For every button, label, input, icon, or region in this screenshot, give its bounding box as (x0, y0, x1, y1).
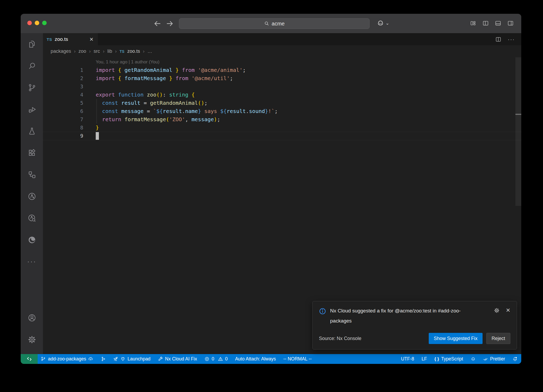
split-editor-icon[interactable] (495, 36, 501, 42)
close-window-button[interactable] (27, 21, 32, 25)
breadcrumb-separator: › (115, 49, 117, 54)
line-number: 4 (43, 91, 83, 99)
zoom-window-button[interactable] (42, 21, 47, 25)
breadcrumb-item[interactable]: zoo (78, 49, 86, 54)
command-center-search[interactable]: acme (179, 18, 370, 29)
double-check-icon (483, 356, 488, 361)
code-line-row[interactable]: 1import { getRandomAnimal } from '@acme/… (43, 66, 521, 74)
cloud-upload-icon (88, 356, 93, 361)
nx-cloud-fix-status[interactable]: Nx Cloud AI Fix (158, 356, 197, 362)
remote-indicator[interactable] (21, 354, 38, 364)
vim-mode-status[interactable]: -- NORMAL -- (283, 356, 312, 362)
tab-label: zoo.ts (55, 36, 68, 42)
code-line: } (96, 124, 99, 132)
toggle-panel-icon[interactable] (495, 20, 501, 27)
breadcrumb-separator: › (103, 49, 104, 54)
copilot-icon (376, 19, 384, 27)
notification-source: Source: Nx Console (319, 336, 361, 341)
git-branch-icon (41, 356, 46, 361)
code-line-row[interactable]: 8} (43, 124, 521, 132)
problems-status[interactable]: 0 0 (204, 356, 227, 362)
copilot-icon (471, 356, 476, 361)
source-control-icon[interactable] (21, 77, 43, 98)
notification-dot-badge (515, 357, 517, 358)
run-debug-icon[interactable] (21, 98, 43, 120)
navigate-forward-icon[interactable] (165, 19, 174, 28)
line-number: 2 (43, 74, 83, 82)
settings-gear-icon[interactable] (21, 329, 43, 350)
additional-views-icon[interactable]: ··· (21, 251, 43, 272)
code-line: import { formatMessage } from '@acme/uti… (96, 74, 233, 82)
breadcrumb-item[interactable]: src (94, 49, 100, 54)
copilot-menu[interactable]: ⌄ (376, 19, 389, 27)
encoding-status[interactable]: UTF-8 (401, 356, 414, 362)
code-line-row[interactable]: 6 const message = `${result.name} says $… (43, 107, 521, 115)
code-line-row[interactable]: 7 return formatMessage('ZOO', message); (43, 115, 521, 124)
scrollbar-decoration (515, 114, 521, 115)
close-tab-icon[interactable]: ✕ (89, 36, 94, 42)
git-graph-status[interactable] (101, 356, 106, 361)
toggle-primary-sidebar-icon[interactable] (482, 20, 489, 27)
accounts-icon[interactable] (21, 307, 43, 329)
breadcrumb-more[interactable]: … (147, 49, 152, 54)
nx-fix-label: Nx Cloud AI Fix (165, 356, 197, 362)
extensions-icon[interactable] (21, 142, 43, 164)
breadcrumb-separator: › (89, 49, 91, 54)
search-icon[interactable] (21, 55, 43, 77)
remote-icon (27, 356, 32, 361)
code-line-row[interactable]: 5 const result = getRandomAnimal(); (43, 99, 521, 107)
code-line-row[interactable]: 2import { formatMessage } from '@acme/ut… (43, 74, 521, 82)
breadcrumb-separator: › (74, 49, 76, 54)
breadcrumb-separator: › (143, 49, 144, 54)
notifications-bell[interactable] (513, 356, 518, 361)
breadcrumb-file[interactable]: zoo.ts (127, 49, 140, 54)
breadcrumb-item[interactable]: packages (51, 49, 71, 54)
code-line: return formatMessage('ZOO', message); (96, 115, 220, 124)
rocket-icon (113, 356, 118, 361)
line-number: 5 (43, 99, 83, 107)
line-number: 7 (43, 115, 83, 124)
line-number: 9 (43, 132, 83, 140)
notification-toast: Nx Cloud suggested a fix for @acme/zoo:t… (312, 301, 517, 350)
launchpad-label: Launchpad (128, 356, 151, 362)
tab-zoo-ts[interactable]: TS zoo.ts ✕ (43, 33, 98, 45)
branch-name: add-zoo-packages (48, 356, 86, 362)
minimize-window-button[interactable] (35, 21, 39, 25)
code-line-row[interactable]: 9 (43, 132, 521, 140)
copilot-status[interactable] (471, 356, 476, 361)
launchpad-status[interactable]: Launchpad (113, 356, 151, 362)
more-actions-icon[interactable]: ··· (508, 36, 515, 42)
nx-console-icon[interactable] (21, 164, 43, 185)
bell-icon (513, 356, 518, 361)
customize-layout-icon[interactable] (470, 20, 476, 27)
notification-settings-gear-icon[interactable] (494, 307, 500, 313)
breadcrumb-item[interactable]: lib (107, 49, 112, 54)
navigate-back-icon[interactable] (153, 19, 162, 28)
nx-cloud-icon[interactable] (21, 207, 43, 229)
line-number: 3 (43, 82, 83, 91)
reject-button[interactable]: Reject (486, 333, 510, 344)
language-status[interactable]: { } TypeScript (434, 356, 463, 362)
code-line-row[interactable]: 4export function zoo(): string { (43, 91, 521, 99)
notification-close-icon[interactable]: ✕ (506, 307, 510, 313)
line-number: 8 (43, 124, 83, 132)
auto-attach-status[interactable]: Auto Attach: Always (235, 356, 276, 362)
explorer-icon[interactable] (21, 33, 43, 55)
toggle-secondary-sidebar-icon[interactable] (507, 20, 514, 27)
eol-status[interactable]: LF (422, 356, 427, 362)
vscode-window: acme ⌄ (21, 14, 521, 364)
edge-browser-icon[interactable] (21, 229, 43, 251)
testing-icon[interactable] (21, 120, 43, 142)
editor-scrollbar[interactable] (515, 57, 521, 206)
chevron-down-icon: ⌄ (386, 20, 389, 26)
blame-annotation: You, 1 hour ago | 1 author (You) (43, 58, 521, 66)
branch-status[interactable]: add-zoo-packages (41, 356, 93, 362)
nx-graph-icon[interactable] (21, 185, 43, 207)
warning-icon (218, 356, 223, 361)
code-line-row[interactable]: 3 (43, 82, 521, 91)
line-number: 1 (43, 66, 83, 74)
code-line: const result = getRandomAnimal(); (96, 99, 208, 107)
prettier-status[interactable]: Prettier (483, 356, 505, 362)
show-suggested-fix-button[interactable]: Show Suggested Fix (429, 333, 483, 344)
error-count: 0 (212, 356, 214, 362)
